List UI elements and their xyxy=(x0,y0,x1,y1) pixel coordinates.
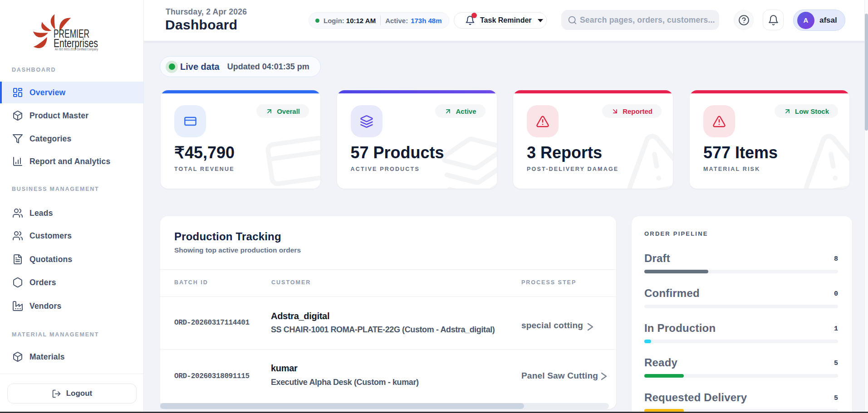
svg-text:An ISO 9001-2015 Certified Com: An ISO 9001-2015 Certified Company xyxy=(55,47,98,51)
